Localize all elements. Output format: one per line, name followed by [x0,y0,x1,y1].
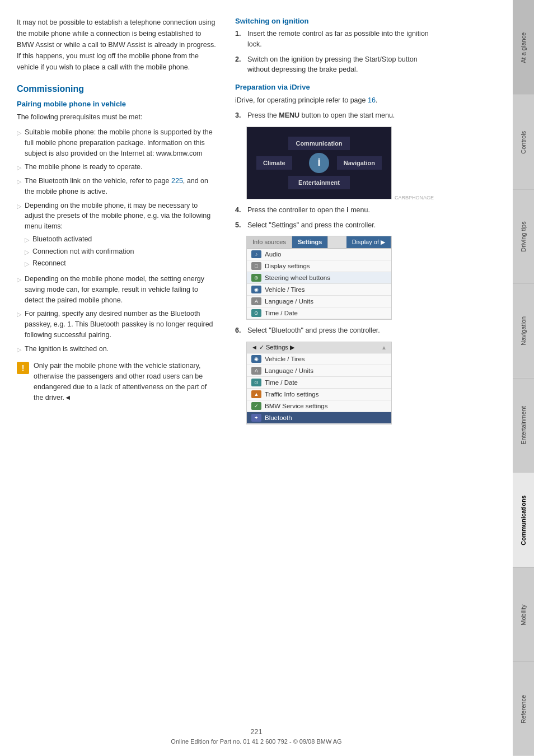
bullet-arrow-icon: ▷ [17,202,21,211]
bullet-arrow-icon: ▷ [17,345,21,354]
commissioning-heading: Commissioning [17,84,218,94]
settings-row-steering[interactable]: ⊕ Steering wheel buttons [247,272,391,284]
settings-row-vehicle[interactable]: ◉ Vehicle / Tires [247,284,391,296]
bullet-arrow-icon: ▷ [25,259,29,269]
side-tabs: At a glance Controls Driving tips Naviga… [513,0,534,756]
step-1: 1. Insert the remote control as far as p… [235,29,437,50]
traffic-info-icon: ▲ [251,390,261,398]
bluetooth-icon: ✦ [251,414,261,422]
bullet-arrow-icon: ▷ [17,275,21,284]
step-number: 4. [235,205,244,216]
bmw-service-icon: ✓ [251,402,261,410]
sub-list: ▷ Bluetooth activated ▷ Connection not w… [25,234,218,269]
menu-navigation: Navigation [337,156,382,170]
bullet-arrow-icon: ▷ [17,177,21,186]
bt-row-bluetooth[interactable]: ✦ Bluetooth [247,412,391,424]
intro-text: It may not be possible to establish a te… [17,17,218,73]
list-item: ▷ The Bluetooth link on the vehicle, ref… [17,176,218,197]
step-6: 6. Select "Bluetooth" and press the cont… [235,325,437,336]
step-3: 3. Press the MENU button to open the sta… [235,110,437,121]
bt-row-traffic[interactable]: ▲ Traffic Info settings [247,389,391,400]
step-number: 6. [235,325,244,336]
prerequisites-list: ▷ Suitable mobile phone: the mobile phon… [17,127,218,354]
settings-tab-display[interactable]: Display of ▶ [346,236,391,248]
step-number: 2. [235,54,244,65]
warning-box: ! Only pair the mobile phone with the ve… [17,361,218,403]
step-4: 4. Press the controller to open the i me… [235,205,437,216]
bullet-arrow-icon: ▷ [17,163,21,172]
settings-row-time[interactable]: ⊙ Time / Date [247,307,391,319]
list-item: ▷ For pairing, specify any desired numbe… [17,309,218,340]
menu-screenshot-wrapper: Communication Climate Navigation Enterta… [235,127,437,199]
bt-row-vehicle[interactable]: ◉ Vehicle / Tires [247,353,391,365]
list-item: ▷ Suitable mobile phone: the mobile phon… [17,127,218,158]
audio-icon: ♪ [251,250,261,258]
menu-climate: Climate [256,156,292,170]
step-number: 1. [235,29,244,39]
right-column: Switching on ignition 1. Insert the remo… [235,17,437,739]
bullet-arrow-icon: ▷ [17,310,21,319]
settings-row-display[interactable]: □ Display settings [247,260,391,272]
step-2: 2. Switch on the ignition by pressing th… [235,54,437,76]
sidebar-item-driving-tips[interactable]: Driving tips [513,189,534,284]
left-column: It may not be possible to establish a te… [17,17,218,739]
bluetooth-header: ◄ ✓ Settings ▶ ▲ [247,342,391,353]
switching-heading: Switching on ignition [235,17,437,25]
steering-icon: ⊕ [251,274,261,282]
step-5: 5. Select "Settings" and press the contr… [235,220,437,231]
settings-header: Info sources Settings Display of ▶ [247,236,391,249]
sidebar-item-mobility[interactable]: Mobility [513,567,534,662]
main-content: It may not be possible to establish a te… [0,0,513,756]
sidebar-item-entertainment[interactable]: Entertainment [513,378,534,473]
menu-screenshot: Communication Climate Navigation Enterta… [246,127,392,199]
bt-row-bmw[interactable]: ✓ BMW Service settings [247,400,391,412]
menu-entertainment: Entertainment [288,176,350,189]
time-icon: ⊙ [251,309,261,317]
sidebar-item-navigation[interactable]: Navigation [513,283,534,378]
step-number: 3. [235,110,244,121]
list-item: ▷ Depending on the mobile phone, it may … [17,200,218,271]
preparation-intro: iDrive, for operating principle refer to… [235,95,437,106]
screenshot-label: CARBPHONAGE [395,195,434,200]
bullet-arrow-icon: ▷ [25,235,29,245]
time-date-icon: ⊙ [251,379,261,386]
bt-scroll-indicator: ▲ [381,344,387,351]
list-item: ▷ Depending on the mobile phone model, t… [17,274,218,305]
vehicle-icon: ◉ [251,286,261,293]
bt-nav-label: ◄ ✓ Settings ▶ [251,344,294,351]
bullet-arrow-icon: ▷ [17,128,21,138]
menu-info-circle: i [309,153,329,173]
display-icon: □ [251,262,261,270]
settings-tab-settings[interactable]: Settings [292,236,328,248]
sidebar-item-controls[interactable]: Controls [513,95,534,189]
sub-list-item: ▷ Connection not with confirmation [25,246,218,257]
page-number: 221 [0,727,513,736]
menu-grid: Communication Climate Navigation Enterta… [252,132,386,194]
sidebar-item-reference[interactable]: Reference [513,661,534,756]
bullet-arrow-icon: ▷ [25,248,29,257]
bluetooth-screenshot: ◄ ✓ Settings ▶ ▲ ◉ Vehicle / Tires A Lan… [246,342,392,424]
language-units-icon: A [251,367,261,375]
sidebar-item-communications[interactable]: Communications [513,473,534,567]
page-footer: 221 Online Edition for Part no. 01 41 2 … [0,727,513,745]
bt-row-time[interactable]: ⊙ Time / Date [247,377,391,389]
menu-communication: Communication [288,137,350,150]
list-item: ▷ The mobile phone is ready to operate. [17,162,218,172]
settings-row-language[interactable]: A Language / Units [247,296,391,307]
language-icon: A [251,297,261,305]
warning-icon: ! [17,362,29,374]
settings-tab-info[interactable]: Info sources [247,236,292,248]
footer-text: Online Edition for Part no. 01 41 2 600 … [0,738,513,745]
pairing-intro: The following prerequisites must be met: [17,111,218,123]
sub-list-item: ▷ Reconnect [25,258,218,269]
vehicle-tires-icon: ◉ [251,355,261,363]
sidebar-item-at-a-glance[interactable]: At a glance [513,0,534,95]
sub-list-item: ▷ Bluetooth activated [25,234,218,245]
bt-row-language[interactable]: A Language / Units [247,365,391,377]
step-number: 5. [235,220,244,231]
list-item: ▷ The ignition is switched on. [17,344,218,354]
pairing-heading: Pairing mobile phone in vehicle [17,100,218,108]
settings-row-audio[interactable]: ♪ Audio [247,249,391,260]
preparation-heading: Preparation via iDrive [235,83,437,91]
settings-screenshot: Info sources Settings Display of ▶ ♪ Aud… [246,236,392,320]
